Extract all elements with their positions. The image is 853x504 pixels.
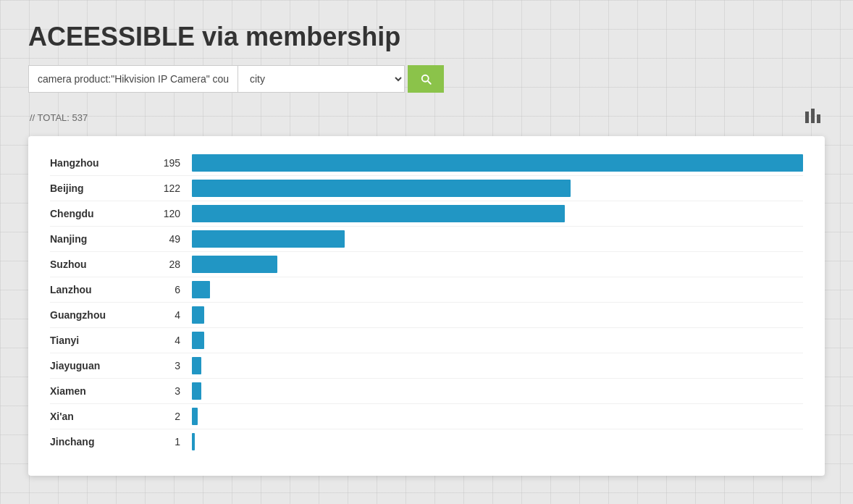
bar-track — [192, 281, 803, 298]
table-row: Jiayuguan3 — [50, 353, 803, 379]
table-row: Lanzhou6 — [50, 277, 803, 303]
table-row: Suzhou28 — [50, 252, 803, 277]
search-input[interactable] — [28, 65, 238, 93]
bar-fill — [192, 408, 198, 425]
search-row: citycountryregion — [28, 65, 825, 93]
bar-track — [192, 332, 803, 349]
bar-chart-icon[interactable] — [803, 106, 823, 129]
city-count: 28 — [144, 259, 180, 270]
city-label: Suzhou — [50, 259, 144, 270]
bar-fill — [192, 382, 201, 400]
bar-fill — [192, 306, 204, 324]
city-count: 1 — [144, 436, 180, 448]
table-row: Nanjing49 — [50, 227, 803, 252]
city-count: 3 — [144, 360, 180, 371]
bar-fill — [192, 154, 803, 172]
bar-track — [192, 180, 803, 197]
total-label: // TOTAL: 537 — [30, 112, 88, 123]
city-label: Hangzhou — [50, 157, 144, 169]
bar-track — [192, 256, 803, 273]
svg-rect-1 — [811, 109, 815, 123]
bar-track — [192, 357, 803, 374]
search-button[interactable] — [408, 65, 444, 93]
city-label: Jinchang — [50, 436, 144, 448]
bar-track — [192, 382, 803, 400]
city-count: 2 — [144, 411, 180, 422]
svg-rect-2 — [817, 114, 820, 123]
city-label: Xiamen — [50, 385, 144, 397]
table-row: Hangzhou195 — [50, 151, 803, 176]
bar-fill — [192, 433, 195, 450]
table-row: Xi'an2 — [50, 404, 803, 429]
city-label: Xi'an — [50, 411, 144, 422]
bar-fill — [192, 180, 571, 197]
city-label: Nanjing — [50, 233, 144, 245]
page-container: ACEESSIBLE via membership citycountryreg… — [28, 22, 825, 476]
city-count: 49 — [144, 233, 180, 245]
total-row: // TOTAL: 537 — [28, 106, 825, 129]
city-count: 4 — [144, 335, 180, 346]
city-count: 4 — [144, 309, 180, 321]
bar-fill — [192, 205, 565, 222]
table-row: Xiamen3 — [50, 379, 803, 404]
svg-rect-0 — [805, 112, 809, 123]
bar-fill — [192, 230, 345, 248]
city-count: 120 — [144, 208, 180, 219]
city-count: 3 — [144, 385, 180, 397]
bar-track — [192, 306, 803, 324]
bar-track — [192, 205, 803, 222]
city-label: Tianyi — [50, 335, 144, 346]
bar-fill — [192, 332, 204, 349]
city-count: 122 — [144, 182, 180, 194]
table-row: Chengdu120 — [50, 201, 803, 227]
table-row: Tianyi4 — [50, 328, 803, 353]
bars-container: Hangzhou195Beijing122Chengdu120Nanjing49… — [50, 151, 803, 454]
city-label: Guangzhou — [50, 309, 144, 321]
city-count: 195 — [144, 157, 180, 169]
table-row: Jinchang1 — [50, 429, 803, 454]
search-icon — [419, 72, 432, 85]
city-label: Lanzhou — [50, 284, 144, 295]
table-row: Beijing122 — [50, 176, 803, 201]
city-label: Beijing — [50, 182, 144, 194]
category-select[interactable]: citycountryregion — [238, 65, 405, 93]
bar-fill — [192, 281, 210, 298]
bar-track — [192, 433, 803, 450]
bar-fill — [192, 357, 201, 374]
bar-fill — [192, 256, 277, 273]
bar-track — [192, 230, 803, 248]
bar-track — [192, 408, 803, 425]
bar-track — [192, 154, 803, 172]
table-row: Guangzhou4 — [50, 303, 803, 328]
city-label: Jiayuguan — [50, 360, 144, 371]
page-title: ACEESSIBLE via membership — [28, 22, 825, 52]
city-count: 6 — [144, 284, 180, 295]
chart-card: Hangzhou195Beijing122Chengdu120Nanjing49… — [28, 136, 825, 476]
city-label: Chengdu — [50, 208, 144, 219]
